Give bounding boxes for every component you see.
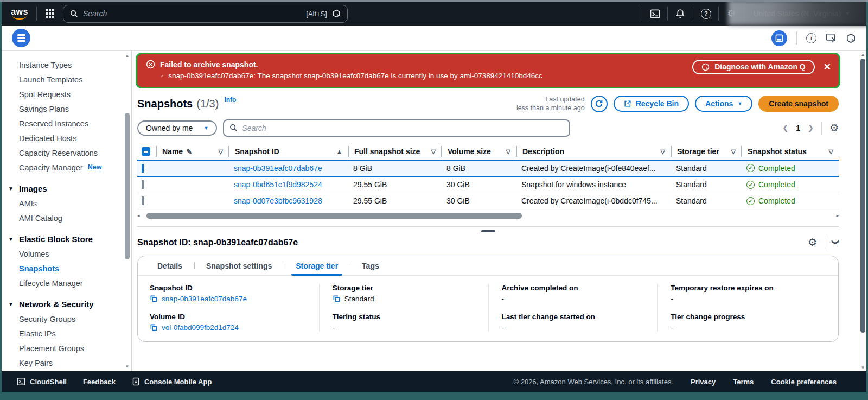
- sidebar-menu-button[interactable]: [12, 29, 30, 47]
- collapse-panel-icon[interactable]: ❯: [832, 239, 840, 245]
- sidebar-item-lifecycle-manager[interactable]: Lifecycle Manager: [19, 276, 122, 290]
- sort-icon[interactable]: ▽: [506, 148, 510, 155]
- snapshot-id-link[interactable]: snap-0b391eafc07dab67e: [234, 164, 322, 173]
- sidebar-item-savings-plans[interactable]: Savings Plans: [19, 101, 122, 116]
- info-link[interactable]: Info: [224, 96, 236, 104]
- sort-ascending-icon[interactable]: ▲: [336, 148, 342, 155]
- volume-id-value-link[interactable]: vol-0fabd099fb2d1d724: [162, 323, 239, 332]
- column-header-snapshot-id[interactable]: Snapshot ID ▲: [228, 146, 348, 157]
- scroll-left-icon[interactable]: ◂: [137, 213, 140, 218]
- info-icon[interactable]: i: [806, 33, 816, 43]
- copy-icon[interactable]: [150, 323, 158, 332]
- table-row[interactable]: snap-0b391eafc07dab67e 8 GiB 8 GiB Creat…: [137, 160, 839, 177]
- sidebar-item-placement-groups[interactable]: Placement Groups: [19, 341, 122, 355]
- footer-cookie-preferences-link[interactable]: Cookie preferences: [771, 378, 837, 386]
- sort-icon[interactable]: ▽: [829, 148, 833, 155]
- snapshot-id-link[interactable]: snap-0bd651c1f9d982524: [234, 180, 322, 189]
- sidebar-item-security-groups[interactable]: Security Groups: [19, 312, 122, 326]
- previous-page-icon[interactable]: ❮: [782, 124, 788, 132]
- detail-preferences-gear-icon[interactable]: ⚙: [808, 237, 817, 247]
- sidebar-item-reserved-instances[interactable]: Reserved Instances: [19, 116, 122, 131]
- screen-feedback-icon[interactable]: [826, 33, 837, 43]
- footer-console-mobile-app[interactable]: Console Mobile App: [132, 377, 212, 386]
- scroll-up-icon[interactable]: ▲: [124, 53, 131, 58]
- sidebar-item-dedicated-hosts[interactable]: Dedicated Hosts: [19, 131, 122, 145]
- sidebar-item-amis[interactable]: AMIs: [19, 196, 122, 211]
- split-panel-icon[interactable]: [771, 30, 787, 46]
- snapshot-search-box[interactable]: [223, 119, 570, 137]
- sidebar-item-capacity-reservations[interactable]: Capacity Reservations: [19, 145, 122, 160]
- help-icon[interactable]: ?: [693, 9, 718, 19]
- actions-button[interactable]: Actions ▼: [695, 96, 752, 112]
- sort-icon[interactable]: ▽: [431, 148, 436, 155]
- sidebar-item-instance-types[interactable]: Instance Types: [19, 58, 122, 72]
- footer-privacy-link[interactable]: Privacy: [691, 378, 716, 386]
- sidebar-item-snapshots[interactable]: Snapshots: [19, 261, 122, 276]
- column-header-name[interactable]: Name✎ ▽: [156, 146, 228, 157]
- copy-icon[interactable]: [150, 295, 158, 303]
- sidebar-scroll-thumb[interactable]: [125, 113, 130, 259]
- sidebar-item-key-pairs[interactable]: Key Pairs: [19, 355, 122, 370]
- sidebar-item-ami-catalog[interactable]: AMI Catalog: [19, 211, 122, 225]
- page-scroll-thumb[interactable]: [860, 59, 865, 333]
- tab-storage-tier[interactable]: Storage tier: [284, 256, 350, 275]
- sidebar-section-network-security[interactable]: ▼ Network & Security: [19, 297, 122, 312]
- copy-icon[interactable]: [333, 295, 341, 303]
- sort-icon[interactable]: ▽: [661, 148, 665, 155]
- page-number[interactable]: 1: [796, 124, 800, 132]
- column-header-description[interactable]: Description ▽: [516, 146, 671, 157]
- sidebar-item-volumes[interactable]: Volumes: [19, 246, 122, 261]
- horizontal-scrollbar[interactable]: ◂ ▸: [137, 212, 839, 220]
- close-icon[interactable]: ✕: [824, 62, 831, 72]
- table-preferences-gear-icon[interactable]: ⚙: [829, 123, 839, 133]
- horizontal-scroll-thumb[interactable]: [146, 213, 522, 219]
- split-panel-drag-handle[interactable]: [481, 230, 495, 232]
- column-header-storage-tier[interactable]: Storage tier ▽: [671, 146, 741, 157]
- sidebar-item-capacity-manager[interactable]: Capacity Manager New: [19, 160, 122, 175]
- refresh-button[interactable]: [591, 96, 608, 112]
- services-grid-icon[interactable]: [46, 9, 54, 18]
- row-checkbox[interactable]: [142, 180, 144, 189]
- create-snapshot-button[interactable]: Create snapshot: [758, 96, 839, 112]
- table-row[interactable]: snap-0d07e3bfbc9631928 29.55 GiB 30 GiB …: [137, 193, 839, 209]
- select-all-checkbox[interactable]: [142, 147, 150, 156]
- sort-icon[interactable]: ▽: [731, 148, 736, 155]
- diagnose-with-amazon-q-button[interactable]: Diagnose with Amazon Q: [692, 60, 815, 74]
- table-row[interactable]: snap-0bd651c1f9d982524 29.55 GiB 30 GiB …: [137, 177, 839, 193]
- sidebar-section-elastic-block-store[interactable]: ▼ Elastic Block Store: [19, 232, 122, 246]
- tab-tags[interactable]: Tags: [350, 256, 391, 275]
- global-search-input[interactable]: [83, 9, 301, 18]
- footer-feedback[interactable]: Feedback: [83, 378, 116, 386]
- ownership-filter-dropdown[interactable]: Owned by me ▼: [137, 120, 217, 136]
- footer-cloudshell[interactable]: CloudShell: [17, 377, 67, 386]
- sidebar-item-network-interfaces[interactable]: Network Interfaces: [19, 370, 122, 371]
- snapshot-id-link[interactable]: snap-0d07e3bfbc9631928: [234, 196, 322, 205]
- column-header-full-size[interactable]: Full snapshot size ▽: [348, 146, 441, 157]
- column-header-volume-size[interactable]: Volume size ▽: [441, 146, 516, 157]
- sidebar-scrollbar[interactable]: ▲ ▼: [124, 52, 131, 370]
- global-search-bar[interactable]: [Alt+S]: [63, 5, 348, 23]
- amazon-q-icon[interactable]: [846, 33, 856, 43]
- sidebar-item-launch-templates[interactable]: Launch Templates: [19, 72, 122, 87]
- tab-snapshot-settings[interactable]: Snapshot settings: [194, 256, 284, 275]
- scroll-up-icon[interactable]: ▲: [859, 52, 866, 57]
- snapshot-search-input[interactable]: [242, 124, 564, 132]
- next-page-icon[interactable]: ❯: [808, 124, 814, 132]
- column-header-snapshot-status[interactable]: Snapshot status ▽: [741, 146, 839, 157]
- tab-details[interactable]: Details: [145, 256, 194, 275]
- row-checkbox[interactable]: [142, 196, 144, 205]
- scroll-down-icon[interactable]: ▼: [859, 365, 866, 370]
- snapshot-id-value-link[interactable]: snap-0b391eafc07dab67e: [162, 295, 247, 303]
- footer-terms-link[interactable]: Terms: [733, 378, 754, 386]
- account-menu-redacted[interactable]: [728, 2, 866, 26]
- recycle-bin-button[interactable]: Recycle Bin: [614, 96, 689, 112]
- notifications-bell-icon[interactable]: [668, 9, 693, 18]
- sort-icon[interactable]: ▽: [219, 148, 223, 155]
- scroll-down-icon[interactable]: ▼: [124, 364, 131, 369]
- cloudshell-icon[interactable]: [642, 9, 667, 19]
- row-checkbox[interactable]: [142, 164, 144, 173]
- page-scrollbar[interactable]: ▲ ▼: [859, 51, 866, 371]
- aws-logo[interactable]: aws: [9, 8, 30, 20]
- scroll-right-icon[interactable]: ▸: [836, 213, 839, 218]
- sidebar-item-spot-requests[interactable]: Spot Requests: [19, 87, 122, 101]
